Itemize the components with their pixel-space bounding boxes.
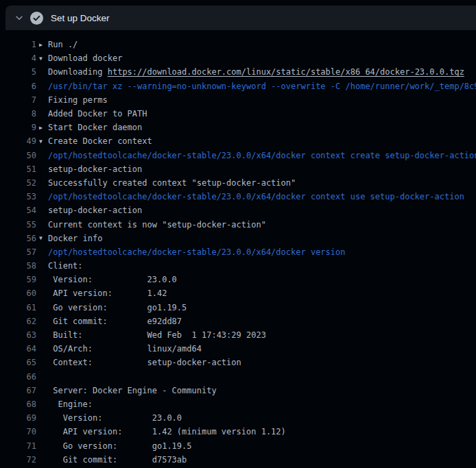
log-command-text: /usr/bin/tar xz --warning=no-unknown-key… — [48, 82, 476, 91]
log-line: 59 Version: 23.0.0 — [0, 273, 476, 286]
log-group-title: Run ./ — [48, 40, 476, 49]
log-line: 61 Go version: go1.19.5 — [0, 301, 476, 315]
log-line: 62 Git commit: e92dd87 — [0, 315, 476, 328]
line-number[interactable]: 62 — [0, 317, 36, 326]
log-line: 60 API version: 1.42 — [0, 286, 476, 300]
log-group-title: Create Docker context — [48, 136, 476, 146]
line-number[interactable]: 67 — [0, 386, 36, 395]
line-number[interactable]: 50 — [0, 151, 36, 160]
log-text: Current context is now "setup-docker-act… — [48, 220, 476, 230]
log-line: 57/opt/hostedtoolcache/docker-stable/23.… — [0, 245, 476, 259]
log-text: Added Docker to PATH — [48, 109, 476, 119]
log-container: 1▶Run ./4▼Download docker5Downloading ht… — [0, 30, 476, 467]
line-number[interactable]: 66 — [0, 372, 36, 382]
line-number[interactable]: 68 — [0, 399, 36, 409]
log-group-title: Start Docker daemon — [48, 123, 476, 132]
log-text: Go version: go1.19.5 — [48, 441, 476, 451]
line-number[interactable]: 59 — [0, 275, 36, 284]
log-command-text: /opt/hostedtoolcache/docker-stable/23.0.… — [48, 247, 476, 257]
line-number[interactable]: 64 — [0, 344, 36, 354]
log-text: Git commit: d7573ab — [48, 455, 476, 465]
log-text: Fixing perms — [48, 95, 476, 105]
log-text: Engine: — [48, 399, 476, 409]
log-url-link[interactable]: https://download.docker.com/linux/static… — [108, 67, 464, 77]
line-number[interactable]: 61 — [0, 303, 36, 312]
log-lines: 1▶Run ./4▼Download docker5Downloading ht… — [0, 38, 476, 467]
log-line: 50/opt/hostedtoolcache/docker-stable/23.… — [0, 149, 476, 162]
log-text: Downloading https://download.docker.com/… — [48, 67, 476, 77]
log-text: Version: 23.0.0 — [48, 275, 476, 284]
log-text: Successfully created context "setup-dock… — [48, 178, 476, 188]
log-text: API version: 1.42 — [48, 288, 476, 298]
log-line: 58Client: — [0, 259, 476, 273]
log-text: Server: Docker Engine - Community — [48, 386, 476, 395]
line-number[interactable]: 72 — [0, 455, 36, 465]
log-command-text: /opt/hostedtoolcache/docker-stable/23.0.… — [48, 151, 476, 160]
triangle-expanded-icon[interactable]: ▼ — [39, 56, 48, 62]
line-number[interactable]: 4 — [0, 53, 36, 63]
log-group-row[interactable]: 4▼Download docker — [0, 51, 476, 65]
line-number[interactable]: 56 — [0, 234, 36, 243]
line-number[interactable]: 60 — [0, 288, 36, 298]
log-text: Version: 23.0.0 — [48, 413, 476, 423]
line-number[interactable]: 1 — [0, 40, 36, 49]
line-number[interactable]: 58 — [0, 261, 36, 271]
log-line: 67 Server: Docker Engine - Community — [0, 384, 476, 397]
log-line: 72 Git commit: d7573ab — [0, 453, 476, 467]
log-text: OS/Arch: linux/amd64 — [48, 344, 476, 354]
log-group-row[interactable]: 49▼Create Docker context — [0, 134, 476, 148]
log-command-text: /opt/hostedtoolcache/docker-stable/23.0.… — [48, 192, 476, 201]
line-number[interactable]: 65 — [0, 358, 36, 367]
log-line: 5Downloading https://download.docker.com… — [0, 65, 476, 79]
log-line: 51setup-docker-action — [0, 162, 476, 176]
line-number[interactable]: 71 — [0, 441, 36, 451]
triangle-collapsed-icon[interactable]: ▶ — [39, 125, 48, 131]
step-title: Set up Docker — [51, 13, 110, 23]
line-number[interactable]: 8 — [0, 109, 36, 119]
line-number[interactable]: 63 — [0, 330, 36, 340]
line-number[interactable]: 55 — [0, 220, 36, 230]
log-line: 52Successfully created context "setup-do… — [0, 176, 476, 190]
log-group-row[interactable]: 9▶Start Docker daemon — [0, 121, 476, 134]
log-line: 71 Go version: go1.19.5 — [0, 439, 476, 452]
log-text: Built: Wed Feb 1 17:43:29 2023 — [48, 330, 476, 340]
line-number[interactable]: 9 — [0, 123, 36, 132]
log-line: 68 Engine: — [0, 397, 476, 411]
log-text: Go version: go1.19.5 — [48, 303, 476, 312]
log-text: API version: 1.42 (minimum version 1.12) — [48, 427, 476, 436]
log-group-row[interactable]: 1▶Run ./ — [0, 38, 476, 51]
line-number[interactable]: 52 — [0, 178, 36, 188]
triangle-expanded-icon[interactable]: ▼ — [39, 235, 48, 241]
line-number[interactable]: 51 — [0, 164, 36, 174]
log-line: 64 OS/Arch: linux/amd64 — [0, 342, 476, 356]
log-group-title: Docker info — [48, 234, 476, 243]
log-text: setup-docker-action — [48, 164, 476, 174]
log-line: 7Fixing perms — [0, 93, 476, 107]
line-number[interactable]: 70 — [0, 427, 36, 436]
step-header[interactable]: Set up Docker — [5, 5, 476, 30]
line-number[interactable]: 5 — [0, 67, 36, 77]
log-line: 66 — [0, 370, 476, 384]
line-number[interactable]: 49 — [0, 136, 36, 146]
chevron-down-icon[interactable] — [14, 13, 24, 23]
log-line: 8Added Docker to PATH — [0, 107, 476, 121]
line-number[interactable]: 53 — [0, 192, 36, 201]
log-group-title: Download docker — [48, 53, 476, 63]
line-number[interactable]: 57 — [0, 247, 36, 257]
triangle-collapsed-icon[interactable]: ▶ — [39, 42, 48, 48]
line-number[interactable]: 7 — [0, 95, 36, 105]
log-line: 6/usr/bin/tar xz --warning=no-unknown-ke… — [0, 79, 476, 93]
log-text: setup-docker-action — [48, 206, 476, 215]
log-text: Context: setup-docker-action — [48, 358, 476, 367]
log-text: Downloading — [48, 67, 108, 77]
log-text: Client: — [48, 261, 476, 271]
log-line: 54setup-docker-action — [0, 204, 476, 217]
triangle-expanded-icon[interactable]: ▼ — [39, 138, 48, 145]
log-group-row[interactable]: 56▼Docker info — [0, 232, 476, 245]
log-line: 53/opt/hostedtoolcache/docker-stable/23.… — [0, 190, 476, 204]
line-number[interactable]: 69 — [0, 413, 36, 423]
line-number[interactable]: 6 — [0, 82, 36, 91]
line-number[interactable]: 54 — [0, 206, 36, 215]
log-line: 63 Built: Wed Feb 1 17:43:29 2023 — [0, 328, 476, 342]
check-circle-icon — [30, 12, 43, 25]
